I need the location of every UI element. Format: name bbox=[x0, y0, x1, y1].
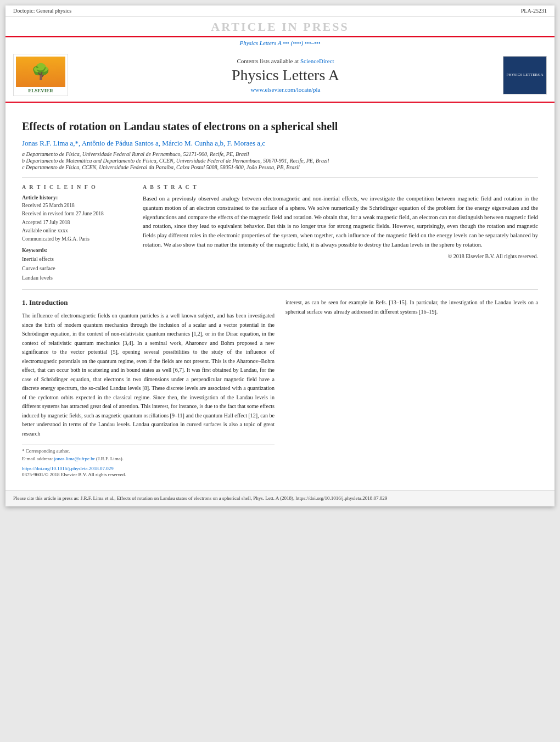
keywords-label: Keywords: bbox=[22, 247, 132, 253]
available-date: Available online xxxx bbox=[22, 227, 132, 235]
affiliations: a Departamento de Física, Universidade F… bbox=[22, 151, 538, 170]
journal-citation: Physics Letters A ••• (••••) •••–••• bbox=[239, 40, 320, 46]
article-body: Effects of rotation on Landau states of … bbox=[5, 103, 555, 490]
journal-link: Physics Letters A ••• (••••) •••–••• bbox=[5, 37, 555, 48]
affiliation-b: b Departamento de Matemática and Departa… bbox=[22, 158, 538, 164]
citation-text: Please cite this article in press as: J.… bbox=[13, 495, 387, 501]
journal-title: Physics Letters A bbox=[74, 66, 497, 84]
doi-area: https://doi.org/10.1016/j.physleta.2018.… bbox=[22, 466, 275, 479]
divider-2 bbox=[22, 289, 538, 289]
elsevier-logo-inner: 🌳 bbox=[16, 57, 65, 87]
info-abstract-section: A R T I C L E I N F O Article history: R… bbox=[22, 184, 538, 282]
page: Doctopic: General physics PLA-25231 ARTI… bbox=[5, 5, 555, 506]
affiliation-c: c Departamento de Física, CCEN, Universi… bbox=[22, 164, 538, 170]
abstract-heading: A B S T R A C T bbox=[143, 184, 538, 190]
article-info-heading: A R T I C L E I N F O bbox=[22, 184, 132, 190]
keyword-1: Inertial effects bbox=[22, 254, 132, 264]
citation-bar: Please cite this article in press as: J.… bbox=[5, 490, 555, 507]
footnote-area: * Corresponding author. E-mail address: … bbox=[22, 444, 275, 462]
elsevier-tree-icon: 🌳 bbox=[31, 64, 51, 80]
elsevier-logo: 🌳 ELSEVIER bbox=[13, 54, 68, 96]
doi-link[interactable]: https://doi.org/10.1016/j.physleta.2018.… bbox=[22, 466, 275, 471]
abstract-col: A B S T R A C T Based on a previously ob… bbox=[143, 184, 538, 282]
authors: Jonas R.F. Lima a,*, Antônio de Pádua Sa… bbox=[22, 139, 538, 148]
section1-title: 1. Introduction bbox=[22, 298, 275, 307]
communicated-by: Communicated by M.G.A. Paris bbox=[22, 235, 132, 243]
top-bar: Doctopic: General physics PLA-25231 bbox=[5, 5, 555, 16]
keyword-2: Curved surface bbox=[22, 264, 132, 273]
history-label: Article history: bbox=[22, 194, 132, 200]
sciencedirect-link[interactable]: ScienceDirect bbox=[300, 58, 334, 64]
doctopic-label: Doctopic: General physics bbox=[13, 8, 71, 14]
body-col-left: 1. Introduction The influence of electro… bbox=[22, 298, 275, 479]
footnote-email-link[interactable]: jonas.lima@ufrpe.br bbox=[54, 456, 94, 461]
article-id-label: PLA-25231 bbox=[521, 8, 547, 14]
article-info-col: A R T I C L E I N F O Article history: R… bbox=[22, 184, 132, 282]
received-date: Received 25 March 2018 bbox=[22, 202, 132, 209]
article-in-press-banner: ARTICLE IN PRESS bbox=[5, 16, 555, 37]
issn-text: 0375-9601/© 2018 Elsevier B.V. All right… bbox=[22, 471, 275, 479]
accepted-date: Accepted 17 July 2018 bbox=[22, 219, 132, 226]
elsevier-name-label: ELSEVIER bbox=[16, 88, 65, 93]
section1-right-para: interest, as can be seen for example in … bbox=[285, 298, 538, 316]
journal-header: 🌳 ELSEVIER Contents lists available at S… bbox=[5, 48, 555, 103]
body-col-right: interest, as can be seen for example in … bbox=[285, 298, 538, 479]
journal-center: Contents lists available at ScienceDirec… bbox=[74, 58, 497, 93]
section1-para1: The influence of electromagnetic fields … bbox=[22, 311, 275, 438]
body-section: 1. Introduction The influence of electro… bbox=[22, 298, 538, 479]
contents-line: Contents lists available at ScienceDirec… bbox=[74, 58, 497, 64]
journal-url[interactable]: www.elsevier.com/locate/pla bbox=[74, 86, 497, 93]
copyright: © 2018 Elsevier B.V. All rights reserved… bbox=[143, 253, 538, 259]
keyword-3: Landau levels bbox=[22, 273, 132, 282]
journal-logo-box: PHYSICS LETTERS A bbox=[503, 56, 547, 94]
footnote-star: * Corresponding author. bbox=[22, 448, 275, 455]
revised-date: Received in revised form 27 June 2018 bbox=[22, 210, 132, 217]
footnote-email: E-mail address: jonas.lima@ufrpe.br (J.R… bbox=[22, 455, 275, 463]
divider-1 bbox=[22, 177, 538, 177]
article-title: Effects of rotation on Landau states of … bbox=[22, 119, 538, 133]
affiliation-a: a Departamento de Física, Universidade F… bbox=[22, 151, 538, 157]
abstract-text: Based on a previously observed analogy b… bbox=[143, 194, 538, 250]
journal-logo-text: PHYSICS LETTERS A bbox=[506, 71, 545, 79]
banner-text: ARTICLE IN PRESS bbox=[211, 20, 349, 34]
